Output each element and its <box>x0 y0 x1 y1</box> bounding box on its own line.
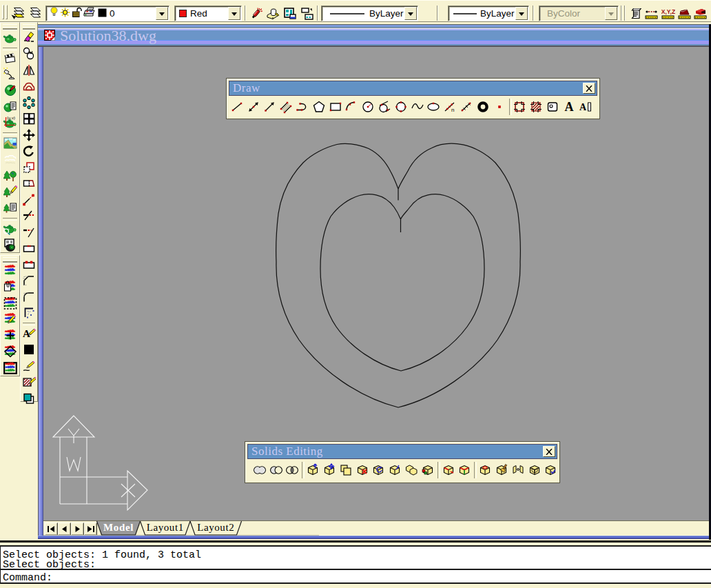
layers-button[interactable] <box>26 6 41 21</box>
toolbar-grip[interactable] <box>3 257 17 262</box>
chamfer-button[interactable] <box>21 273 37 290</box>
distance-button[interactable] <box>644 6 659 21</box>
image-quality-button[interactable] <box>1 327 19 344</box>
tab-model[interactable]: Model <box>103 522 134 534</box>
color-faces-button[interactable] <box>420 460 436 480</box>
offset-button[interactable] <box>21 79 37 95</box>
color-combo[interactable]: Red <box>174 6 242 21</box>
properties-button[interactable] <box>265 6 280 21</box>
circle-quadrant-button[interactable] <box>393 97 409 116</box>
image-clip-button[interactable] <box>1 295 19 312</box>
2d-solid-button[interactable] <box>21 342 37 358</box>
break-button[interactable] <box>21 241 37 257</box>
hatch-button[interactable] <box>528 97 544 116</box>
stretch-button[interactable] <box>21 176 37 192</box>
circle-button[interactable] <box>360 97 376 116</box>
list-button[interactable] <box>628 6 643 21</box>
scale-button[interactable] <box>21 159 37 176</box>
sketch-button[interactable] <box>21 358 37 374</box>
landscape-library-button[interactable] <box>1 200 19 216</box>
lineweight-combo-dropdown-button[interactable] <box>515 7 528 20</box>
donut-button[interactable] <box>475 97 491 116</box>
single-line-text-button[interactable]: A <box>577 97 594 116</box>
measure-button[interactable] <box>458 97 475 116</box>
landscape-new-button[interactable] <box>1 168 19 184</box>
lengthen-button[interactable] <box>21 192 37 208</box>
mass-properties-button[interactable] <box>693 6 708 21</box>
locate-point-button[interactable]: X,Y,Z <box>661 6 676 21</box>
array-rect-button[interactable] <box>21 111 37 128</box>
fog-button[interactable] <box>1 152 19 168</box>
separate-button[interactable] <box>510 460 526 480</box>
image-adjust-button[interactable] <box>1 312 19 328</box>
union-button[interactable] <box>251 460 268 480</box>
command-window[interactable]: Select objects: 1 found, 3 total Select … <box>0 545 711 584</box>
color-combo-dropdown-button[interactable] <box>228 7 240 20</box>
rectangle-button[interactable] <box>327 97 344 116</box>
copy-faces-button[interactable] <box>403 460 420 480</box>
toolbar-grip[interactable] <box>23 24 35 29</box>
layer-combo-dropdown-button[interactable] <box>156 7 168 20</box>
multiline-text-button[interactable]: A <box>561 97 577 116</box>
image-transparency-button[interactable] <box>1 344 19 361</box>
region-button[interactable] <box>544 97 561 116</box>
dbconnect-button[interactable] <box>300 6 315 21</box>
construction-line-button[interactable] <box>245 97 262 116</box>
clean-button[interactable] <box>493 460 510 480</box>
ray-button[interactable] <box>262 97 278 116</box>
boundary-button[interactable] <box>512 97 528 116</box>
color-edges-button[interactable] <box>457 460 473 480</box>
copy-object-button[interactable] <box>21 46 37 63</box>
line-button[interactable] <box>229 97 245 116</box>
draw-toolbar-close-button[interactable] <box>583 83 595 94</box>
edit-text-button[interactable]: A <box>21 325 37 342</box>
polyline-button[interactable] <box>294 97 311 116</box>
match-properties-button[interactable] <box>248 6 263 21</box>
circle-tan-tan-radius-button[interactable] <box>376 97 393 116</box>
shell-button[interactable] <box>526 460 543 480</box>
array-polar-button[interactable] <box>21 94 37 111</box>
linetype-combo-dropdown-button[interactable] <box>404 7 417 20</box>
multiline-button[interactable] <box>278 97 294 116</box>
polygon-button[interactable] <box>311 97 327 116</box>
scenes-button[interactable] <box>1 50 19 67</box>
command-prompt[interactable]: Command: <box>1 571 711 583</box>
lineweight-combo[interactable]: ByLayer <box>448 6 529 21</box>
trim-button[interactable] <box>21 208 37 225</box>
erase-button[interactable] <box>21 30 37 46</box>
materials-library-button[interactable] <box>1 99 19 115</box>
mapping-button[interactable]: (u,v) <box>1 115 19 132</box>
intersect-button[interactable] <box>285 460 301 480</box>
fillet-button[interactable] <box>21 289 37 305</box>
toolbar-grip[interactable] <box>2 5 4 19</box>
inner-heart[interactable] <box>320 194 484 371</box>
copy-edges-button[interactable] <box>440 460 457 480</box>
toolbar-grip[interactable] <box>3 24 17 29</box>
point-button[interactable] <box>491 97 508 116</box>
extend-button[interactable] <box>21 224 37 241</box>
break-at-point-button[interactable] <box>21 256 37 273</box>
toolbar-grip[interactable] <box>6 5 8 19</box>
statistics-button[interactable] <box>1 236 19 253</box>
draw-toolbar-titlebar[interactable]: Draw <box>229 81 597 96</box>
rotate-faces-button[interactable] <box>371 460 387 480</box>
extrude-faces-button[interactable] <box>305 460 321 480</box>
image-frame-button[interactable] <box>1 360 19 376</box>
delete-faces-button[interactable] <box>354 460 371 480</box>
move-faces-button[interactable] <box>321 460 338 480</box>
tab-layout2[interactable]: Layout2 <box>197 522 234 534</box>
drawing-window-titlebar[interactable]: Solution38.dwg <box>38 24 711 47</box>
render-preferences-button[interactable] <box>1 221 19 237</box>
materials-button[interactable] <box>1 83 19 99</box>
imprint-button[interactable] <box>477 460 493 480</box>
ellipse-button[interactable] <box>426 97 442 116</box>
mirror-button[interactable] <box>21 62 37 79</box>
linetype-combo[interactable]: ByLayer <box>321 6 418 21</box>
layer-combo[interactable]: 0 <box>45 6 169 21</box>
image-button[interactable] <box>1 263 19 279</box>
check-button[interactable] <box>543 460 559 480</box>
taper-faces-button[interactable] <box>387 460 403 480</box>
subtract-button[interactable] <box>268 460 285 480</box>
designcenter-button[interactable] <box>282 6 298 21</box>
edit-hatch-button[interactable] <box>21 374 37 391</box>
